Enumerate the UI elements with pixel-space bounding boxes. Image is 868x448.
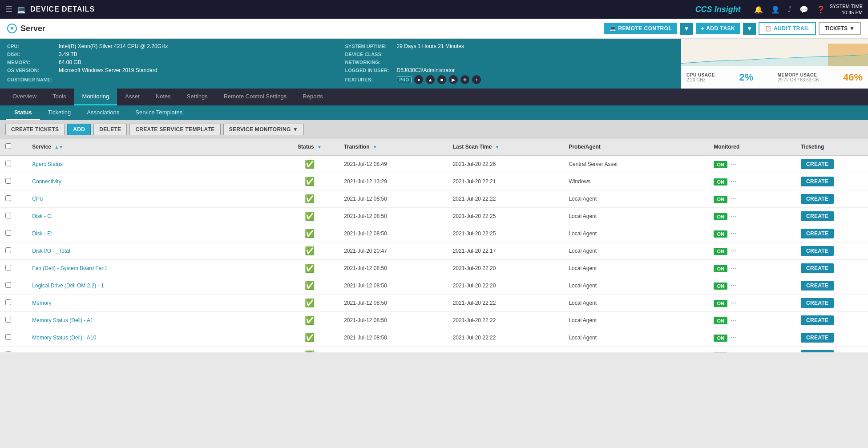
transition-column-header[interactable]: Transition ▼ [339,139,447,155]
monitored-on-badge: ON [714,283,727,290]
nav-icons: 🔔 👤 ⤴ 💬 ❓ [754,5,825,14]
sub-tab-status[interactable]: Status [6,105,40,120]
probe-column-header[interactable]: Probe/Agent [563,139,708,155]
user-icon[interactable]: 👤 [771,5,780,14]
probe-cell: Local Agent [563,208,708,225]
tab-settings[interactable]: Settings [179,89,216,105]
service-link[interactable]: Fan (Dell) - System Board Fan1 [32,265,107,271]
table-row: Logical Drive (Dell OM 2.2) - 1 ✅ 2021-J… [0,277,868,295]
service-sort-icon[interactable]: ▲▼ [54,145,63,149]
last-scan-cell: 2021-Jul-20 22:22 [448,190,564,208]
bell-icon[interactable]: 🔔 [754,5,763,14]
tab-overview[interactable]: Overview [4,89,44,105]
service-link[interactable]: Connectivity [32,178,61,185]
sub-tab-associations[interactable]: Associations [79,105,127,120]
service-monitoring-button[interactable]: SERVICE MONITORING ▼ [223,124,304,135]
monitored-options[interactable]: ⋯ [731,299,737,307]
tab-tools[interactable]: Tools [44,89,74,105]
hamburger-icon[interactable]: ☰ [5,4,12,14]
create-service-template-button[interactable]: CREATE SERVICE TEMPLATE [129,124,220,135]
create-tickets-button[interactable]: CREATE TICKETS [5,124,65,135]
monitored-options[interactable]: ⋯ [731,195,737,202]
tickets-button[interactable]: TICKETS ▼ [819,22,861,35]
status-ok-icon: ✅ [305,264,315,273]
monitored-options[interactable]: ⋯ [731,161,737,168]
row-checkbox-8[interactable] [5,299,11,305]
service-link[interactable]: Agent Status [32,161,63,167]
tab-notes[interactable]: Notes [148,89,179,105]
remote-control-button[interactable]: 💻 REMOTE CONTROL [604,23,678,34]
help-icon[interactable]: ❓ [816,5,825,14]
add-task-dropdown[interactable]: ▼ [743,23,756,35]
monitored-options[interactable]: ⋯ [731,247,737,254]
sub-tab-service-templates[interactable]: Service Templates [127,105,190,120]
row-checkbox-0[interactable] [5,161,11,166]
service-link[interactable]: Memory Status (Dell) - A1 [32,317,93,323]
row-checkbox-5[interactable] [5,247,11,253]
service-link[interactable]: Disk - E: [32,230,52,237]
monitored-options[interactable]: ⋯ [731,178,737,185]
create-ticket-button[interactable]: CREATE [801,281,834,291]
status-column-header[interactable]: Status ▼ [281,139,339,155]
feature-icon-4: ▶ [449,75,458,84]
last-scan-cell: 2021-Jul-20 22:22 [448,329,564,347]
create-ticket-button[interactable]: CREATE [801,177,834,186]
monitored-options[interactable]: ⋯ [731,213,737,220]
delete-button[interactable]: DELETE [93,124,127,135]
row-checkbox-9[interactable] [5,317,11,323]
monitored-options[interactable]: ⋯ [731,265,737,272]
status-ok-icon: ✅ [305,299,315,307]
service-link[interactable]: Memory Status (Dell) - A10 [32,335,96,341]
last-scan-column-header[interactable]: Last Scan Time ▼ [448,139,564,155]
create-ticket-button[interactable]: CREATE [801,194,834,204]
create-ticket-button[interactable]: CREATE [801,211,834,221]
row-checkbox-1[interactable] [5,178,11,184]
add-button[interactable]: ADD [67,124,91,135]
status-cell: ✅ [281,173,339,190]
service-link[interactable]: Memory Status (Dell) - A2 [32,352,93,352]
row-checkbox-2[interactable] [5,195,11,201]
service-link[interactable]: Logical Drive (Dell OM 2.2) - 1 [32,283,104,289]
cpu-label: CPU: [7,44,56,49]
monitored-options[interactable]: ⋯ [731,230,737,237]
service-link[interactable]: Memory [32,300,51,306]
tab-monitoring[interactable]: Monitoring [74,89,117,105]
sub-tab-ticketing[interactable]: Ticketing [40,105,79,120]
select-all-checkbox[interactable] [5,143,11,149]
collapse-button[interactable]: ▼ [7,24,17,33]
tab-reports[interactable]: Reports [295,89,331,105]
transition-filter-icon[interactable]: ▼ [373,145,377,149]
service-link[interactable]: Disk - C: [32,213,52,219]
create-ticket-button[interactable]: CREATE [801,333,834,343]
audit-trail-button[interactable]: 📋 AUDIT TRAIL [759,22,816,35]
create-ticket-button[interactable]: CREATE [801,246,834,256]
monitored-options[interactable]: ⋯ [731,317,737,324]
monitored-options[interactable]: ⋯ [731,282,737,289]
monitored-options[interactable]: ⋯ [731,351,737,352]
export-icon[interactable]: ⤴ [788,5,791,13]
row-checkbox-7[interactable] [5,282,11,288]
create-ticket-button[interactable]: CREATE [801,159,834,169]
tab-asset[interactable]: Asset [117,89,148,105]
service-link[interactable]: Disk I/O - _Total [32,248,70,254]
last-scan-filter-icon[interactable]: ▼ [495,145,500,149]
row-checkbox-4[interactable] [5,230,11,236]
create-ticket-button[interactable]: CREATE [801,315,834,325]
row-checkbox-11[interactable] [5,351,11,352]
row-checkbox-3[interactable] [5,213,11,218]
create-ticket-button[interactable]: CREATE [801,350,834,352]
probe-cell: Local Agent [563,190,708,208]
add-task-button[interactable]: + ADD TASK [696,23,741,34]
row-checkbox-6[interactable] [5,265,11,270]
create-ticket-button[interactable]: CREATE [801,298,834,308]
create-ticket-button[interactable]: CREATE [801,263,834,273]
status-filter-icon[interactable]: ▼ [317,145,322,149]
service-column-header[interactable]: Service ▲▼ [27,139,280,155]
tab-remote-control-settings[interactable]: Remote Control Settings [216,89,295,105]
service-link[interactable]: CPU [32,196,43,202]
create-ticket-button[interactable]: CREATE [801,229,834,238]
row-checkbox-10[interactable] [5,334,11,340]
remote-control-dropdown[interactable]: ▼ [680,23,693,35]
monitored-options[interactable]: ⋯ [731,334,737,341]
chat-icon[interactable]: 💬 [799,5,808,14]
